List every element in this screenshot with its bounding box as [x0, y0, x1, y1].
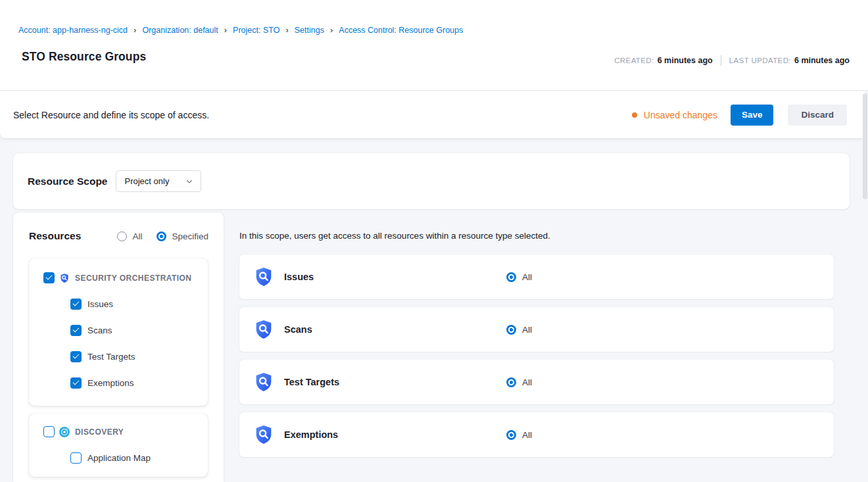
shield-search-icon — [253, 372, 274, 393]
resource-type-checkbox[interactable] — [70, 452, 82, 464]
resource-type-label: Test Targets — [87, 352, 135, 362]
radio-specified[interactable] — [157, 231, 166, 241]
group-card-security-orchestration: SECURITY ORCHESTRATION Issues Scans — [29, 258, 208, 406]
chevron-down-icon — [185, 178, 193, 185]
page-title: STO Resource Groups — [22, 50, 146, 64]
scope-access-section: In this scope, users get access to all r… — [239, 212, 834, 465]
resource-access-radio-group: All — [506, 377, 532, 387]
scope-description: In this scope, users get access to all r… — [239, 212, 834, 241]
group-children: Issues Scans Test Targets Exempt — [70, 299, 208, 389]
resource-type-checkbox[interactable] — [70, 351, 82, 362]
resource-card-title: Exemptions — [284, 429, 338, 440]
unsaved-changes-dot-icon — [632, 112, 637, 118]
resources-panel: Resources All Specified — [13, 212, 224, 482]
created-label: CREATED: — [614, 57, 654, 64]
resources-title: Resources — [29, 230, 81, 242]
radio-all[interactable] — [117, 231, 127, 241]
shield-search-icon — [59, 273, 70, 283]
divider — [721, 55, 721, 66]
unsaved-changes-text: Unsaved changes — [644, 110, 717, 120]
group-label: DISCOVERY — [75, 427, 124, 437]
page-header: Account: app-harness-ng-cicd Organizatio… — [0, 0, 868, 91]
resource-card: Test Targets All — [239, 360, 834, 404]
radio-all[interactable] — [506, 272, 516, 282]
radio-all-label[interactable]: All — [522, 430, 532, 440]
group-card-discovery: DISCOVERY Application Map — [29, 414, 208, 477]
breadcrumb: Account: app-harness-ng-cicd Organizatio… — [18, 25, 463, 35]
resource-type-row: Issues — [70, 299, 208, 310]
breadcrumb-item[interactable]: Access Control: Resource Groups — [339, 26, 463, 35]
timestamps: CREATED: 6 minutes ago LAST UPDATED: 6 m… — [614, 55, 850, 66]
resource-scope-selected-value: Project only — [124, 176, 169, 186]
group-row: SECURITY ORCHESTRATION — [29, 258, 208, 283]
last-updated-value: 6 minutes ago — [794, 56, 850, 65]
resource-type-row: Test Targets — [70, 351, 208, 362]
radio-all[interactable] — [506, 377, 516, 387]
resource-type-row: Application Map — [70, 452, 208, 464]
radio-all-label[interactable]: All — [522, 377, 532, 387]
resource-access-radio-group: All — [506, 325, 532, 335]
resource-scope-label: Resource Scope — [28, 176, 107, 187]
radio-all-label[interactable]: All — [522, 325, 532, 335]
resource-type-label: Application Map — [87, 453, 151, 463]
radio-specified-label[interactable]: Specified — [172, 231, 208, 241]
resource-card: Issues All — [239, 254, 834, 299]
resource-card-title: Scans — [284, 324, 312, 335]
resource-scope-card: Resource Scope Project only — [13, 153, 850, 209]
toolbar: Select Resource and define its scope of … — [0, 91, 865, 138]
breadcrumb-item[interactable]: Settings — [295, 25, 339, 35]
resources-panel-header: Resources All Specified — [29, 230, 208, 242]
group-checkbox[interactable] — [43, 272, 55, 283]
radio-all-label[interactable]: All — [132, 231, 142, 241]
toolbar-description: Select Resource and define its scope of … — [13, 110, 209, 120]
resource-card: Scans All — [239, 307, 834, 352]
radar-icon — [59, 427, 70, 437]
breadcrumb-item[interactable]: Project: STO — [233, 25, 295, 35]
shield-search-icon — [253, 424, 274, 445]
resource-type-checkbox[interactable] — [70, 377, 82, 389]
page: Account: app-harness-ng-cicd Organizatio… — [0, 0, 868, 482]
created-value: 6 minutes ago — [658, 56, 713, 65]
resource-card: Exemptions All — [239, 412, 834, 457]
resource-card-title: Test Targets — [284, 377, 339, 387]
resource-scope-dropdown[interactable]: Project only — [116, 170, 201, 192]
last-updated-label: LAST UPDATED: — [729, 57, 791, 64]
save-button[interactable]: Save — [731, 105, 774, 126]
toolbar-actions: Unsaved changes Save Discard — [632, 105, 847, 126]
resource-type-checkbox[interactable] — [70, 325, 82, 336]
shield-search-icon — [253, 319, 274, 340]
vertical-scrollbar-thumb[interactable] — [863, 93, 867, 199]
breadcrumb-item[interactable]: Organization: default — [142, 25, 233, 35]
resource-type-label: Scans — [87, 325, 112, 335]
resource-access-radio-group: All — [506, 272, 532, 282]
group-label: SECURITY ORCHESTRATION — [75, 274, 191, 283]
resource-type-label: Issues — [87, 299, 113, 309]
resource-type-row: Scans — [70, 325, 208, 336]
radio-all[interactable] — [506, 430, 516, 440]
discard-button[interactable]: Discard — [788, 105, 847, 126]
radio-all[interactable] — [506, 325, 516, 335]
resource-access-radio-group: All — [506, 430, 532, 440]
group-children: Application Map — [70, 452, 208, 464]
resource-type-label: Exemptions — [87, 378, 134, 388]
resource-card-title: Issues — [284, 272, 314, 282]
resource-cards: Issues All — [239, 254, 834, 457]
resource-type-row: Exemptions — [70, 377, 208, 389]
radio-all-label[interactable]: All — [522, 272, 532, 282]
breadcrumb-item[interactable]: Account: app-harness-ng-cicd — [18, 25, 142, 35]
resources-mode-radios: All Specified — [117, 231, 208, 241]
shield-search-icon — [253, 266, 274, 287]
group-row: DISCOVERY — [29, 414, 208, 437]
group-checkbox[interactable] — [43, 426, 55, 437]
resource-type-checkbox[interactable] — [70, 299, 82, 310]
